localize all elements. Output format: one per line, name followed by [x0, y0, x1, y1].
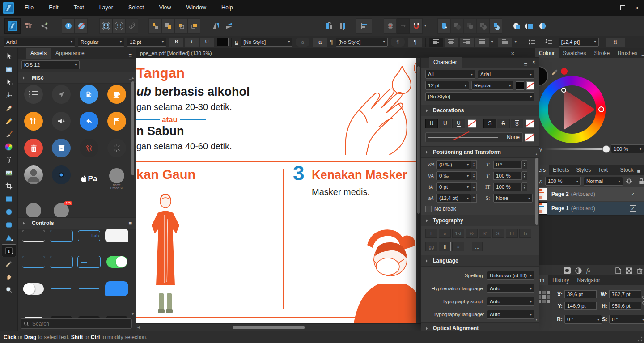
menu-window[interactable]: Window — [179, 0, 214, 16]
typo-swash-button[interactable]: u — [452, 242, 464, 251]
asset-list-icon[interactable] — [24, 85, 43, 104]
hue-handle[interactable] — [598, 106, 604, 112]
menu-layer[interactable]: Layer — [92, 0, 121, 16]
flip-vertical-button[interactable] — [222, 18, 235, 34]
h-scale-stepper[interactable] — [522, 171, 527, 180]
paragraph-leading-caret[interactable]: ▾ — [513, 35, 518, 49]
menu-text[interactable]: Text — [66, 0, 92, 16]
align-justify-button[interactable] — [475, 37, 489, 47]
menu-help[interactable]: Help — [214, 0, 241, 16]
vector-brush-tool[interactable] — [2, 127, 16, 140]
panel-grip[interactable] — [21, 53, 24, 59]
char-fill-swatch[interactable] — [516, 81, 524, 90]
control-button-outline-blue[interactable] — [50, 230, 73, 242]
place-image-tool[interactable] — [2, 166, 16, 179]
arrange-to-back-button[interactable] — [187, 18, 200, 34]
font-family-select[interactable]: Arial — [4, 38, 75, 47]
scroll-left-icon[interactable]: ◂ — [137, 325, 140, 330]
underline-double-button[interactable]: U — [452, 119, 465, 128]
scroll-down-icon[interactable]: ▼ — [131, 313, 135, 316]
layer-row-page-1[interactable]: Page 1 (Artboard) ✓ — [535, 202, 644, 216]
align-right-button[interactable] — [459, 37, 474, 47]
adjustment-layer-icon[interactable] — [575, 267, 582, 274]
scroll-up-icon[interactable]: ▲ — [131, 76, 135, 79]
pattern-layer-icon[interactable] — [626, 267, 632, 274]
edit-paragraph-style-button[interactable]: ¶ — [408, 37, 423, 47]
pencil-tool[interactable] — [2, 114, 16, 127]
assets-scrollbar[interactable]: ▲ ▼ — [131, 76, 135, 316]
control-button-outline-blue[interactable] — [50, 256, 73, 268]
colour-picker-icon[interactable] — [551, 68, 558, 76]
s-option-select[interactable]: None — [493, 194, 533, 203]
boolean-divide-button[interactable] — [489, 18, 502, 34]
minimize-button[interactable] — [601, 0, 615, 16]
anchor-point-selector[interactable] — [538, 291, 551, 304]
typography-language-select[interactable]: Auto — [487, 310, 534, 319]
lock-icon[interactable] — [639, 178, 644, 185]
ellipse-tool[interactable] — [2, 205, 16, 218]
asset-name-iphone-se[interactable]: NameiPhone SE — [103, 165, 130, 192]
baseline-stepper[interactable] — [471, 182, 477, 191]
arrange-back-one-button[interactable] — [148, 18, 161, 34]
x-field[interactable]: 39,6 pt — [564, 290, 597, 298]
underline-button[interactable]: U — [199, 37, 214, 47]
panel-menu-icon[interactable]: ≡ — [637, 168, 644, 175]
typography-section-header[interactable]: Typography — [421, 215, 539, 226]
scrollbar-thumb[interactable] — [131, 81, 134, 175]
tab-styles[interactable]: Styles — [573, 165, 595, 175]
layer-visibility-checkbox[interactable]: ✓ — [630, 205, 636, 212]
geometry-intersect-icon[interactable] — [536, 18, 549, 34]
artistic-text-tool[interactable]: T — [2, 244, 16, 257]
tab-stock[interactable]: Stock — [616, 165, 637, 175]
rounded-rectangle-tool[interactable] — [2, 218, 16, 231]
asset-search-box[interactable] — [21, 318, 132, 329]
panel-close-icon[interactable]: × — [532, 59, 535, 65]
y-field[interactable]: 146,9 pt — [564, 302, 597, 310]
asset-reply-icon[interactable] — [80, 112, 98, 131]
tab-colour[interactable]: Colour — [535, 48, 559, 58]
scrollbar-thumb[interactable] — [417, 66, 420, 214]
arrange-forward-one-button[interactable] — [161, 18, 174, 34]
pixel-persona-button[interactable] — [21, 18, 37, 34]
typo-more-button[interactable]: ... — [472, 242, 483, 251]
flip-horizontal-button[interactable] — [209, 18, 222, 34]
menu-view[interactable]: View — [152, 0, 179, 16]
snapping-magnet-button[interactable] — [410, 18, 423, 34]
alignment-button[interactable] — [356, 18, 372, 34]
tracking-stepper[interactable] — [471, 171, 477, 180]
snapping-options-caret[interactable]: ▾ — [423, 18, 428, 33]
zoom-tool[interactable] — [2, 283, 16, 296]
line-colour-swatch[interactable] — [525, 133, 534, 142]
typo-fractions-button[interactable]: ½ — [466, 229, 478, 238]
typo-smallcaps-button[interactable]: Tт — [519, 229, 531, 238]
typo-ordinals-button[interactable]: 1st — [452, 229, 464, 238]
scrollbar-thumb[interactable] — [535, 158, 538, 225]
align-left-button[interactable] — [429, 37, 444, 47]
tab-text-styles[interactable]: Text Styles — [594, 165, 616, 175]
panel-grip[interactable] — [424, 62, 427, 68]
language-section-header[interactable]: Language — [421, 255, 539, 267]
tab-history[interactable]: History — [548, 275, 573, 285]
layers-empty-area[interactable] — [535, 216, 644, 265]
control-separator-line[interactable] — [51, 288, 71, 289]
tracking-select[interactable]: 0 ‰ — [436, 171, 471, 180]
layer-row-page-2[interactable]: Page 2 (Artboard) ✓ — [535, 187, 644, 201]
menu-edit[interactable]: Edit — [41, 0, 66, 16]
tab-appearance[interactable]: Appearance — [51, 48, 89, 59]
colour-wheel[interactable] — [538, 76, 606, 143]
transparency-tool[interactable] — [2, 153, 16, 166]
control-button-outline-white[interactable] — [22, 230, 45, 242]
control-toggle-on[interactable] — [106, 256, 127, 268]
boolean-intersect-button[interactable] — [463, 18, 476, 34]
panel-menu-icon[interactable]: ≡ — [641, 51, 644, 58]
strike-colour-swatch[interactable] — [526, 119, 534, 128]
strike-single-button[interactable]: S — [497, 119, 509, 128]
strike-double-button[interactable]: S — [511, 119, 523, 128]
blend-options-gear-icon[interactable] — [626, 178, 632, 185]
scroll-up-icon[interactable]: ▲ — [534, 152, 538, 156]
typo-alternates-button[interactable]: a — [439, 229, 451, 238]
char-stroke-none-swatch[interactable] — [526, 81, 534, 90]
asset-category-select[interactable]: iOS 12 — [21, 60, 80, 69]
crop-tool[interactable] — [2, 179, 16, 192]
no-break-checkbox[interactable] — [425, 206, 432, 212]
